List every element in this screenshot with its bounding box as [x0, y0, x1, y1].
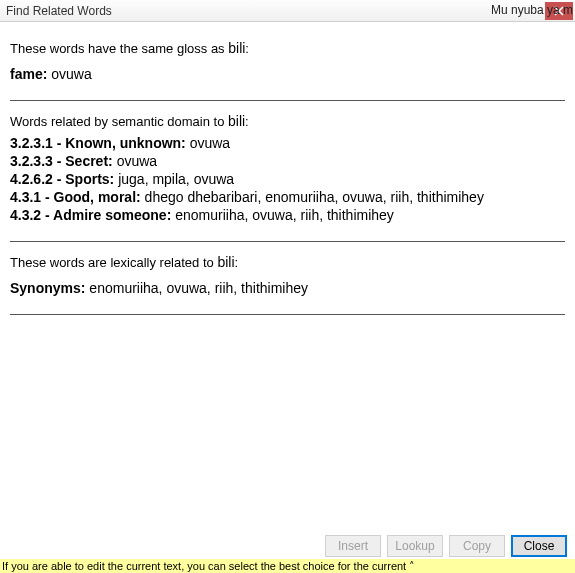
divider — [10, 314, 565, 315]
entry-words[interactable]: ovuwa — [190, 135, 230, 151]
semantic-domain-entries: 3.2.3.1 - Known, unknown: ovuwa3.2.3.3 -… — [10, 135, 565, 223]
copy-button: Copy — [449, 535, 505, 557]
divider — [10, 100, 565, 101]
insert-button: Insert — [325, 535, 381, 557]
lexical-intro: These words are lexically related to bil… — [10, 254, 565, 270]
dialog-content: These words have the same gloss as bili:… — [0, 22, 575, 333]
button-row: Insert Lookup Copy Close — [325, 535, 567, 557]
entry-words[interactable]: juga, mpila, ovuwa — [118, 171, 234, 187]
entry-label: 4.2.6.2 - Sports: — [10, 171, 118, 187]
lexical-entries: Synonyms: enomuriiha, ovuwa, riih, thith… — [10, 280, 565, 296]
entry-line: fame: ovuwa — [10, 66, 565, 82]
entry-line: 3.2.3.3 - Secret: ovuwa — [10, 153, 565, 169]
same-gloss-intro: These words have the same gloss as bili: — [10, 40, 565, 56]
status-bar: If you are able to edit the current text… — [0, 559, 575, 573]
lookup-button: Lookup — [387, 535, 443, 557]
entry-line: 4.3.2 - Admire someone: enomuriiha, ovuw… — [10, 207, 565, 223]
semantic-domain-section: Words related by semantic domain to bili… — [10, 113, 565, 242]
entry-line: 4.2.6.2 - Sports: juga, mpila, ovuwa — [10, 171, 565, 187]
entry-label: fame: — [10, 66, 51, 82]
entry-label: Synonyms: — [10, 280, 89, 296]
entry-words[interactable]: dhego dhebaribari, enomuriiha, ovuwa, ri… — [145, 189, 484, 205]
entry-line: 4.3.1 - Good, moral: dhego dhebaribari, … — [10, 189, 565, 205]
titlebar: Find Related Words — [0, 0, 575, 22]
entry-words[interactable]: ovuwa — [117, 153, 157, 169]
same-gloss-section: These words have the same gloss as bili:… — [10, 40, 565, 101]
entry-words[interactable]: enomuriiha, ovuwa, riih, thithimihey — [175, 207, 394, 223]
lexical-section: These words are lexically related to bil… — [10, 254, 565, 315]
entry-label: 4.3.1 - Good, moral: — [10, 189, 145, 205]
entry-words[interactable]: ovuwa — [51, 66, 91, 82]
entry-line: 3.2.3.1 - Known, unknown: ovuwa — [10, 135, 565, 151]
divider — [10, 241, 565, 242]
chevron-up-icon[interactable]: ˄ — [409, 560, 415, 573]
entry-label: 3.2.3.1 - Known, unknown: — [10, 135, 190, 151]
same-gloss-entries: fame: ovuwa — [10, 66, 565, 82]
entry-line: Synonyms: enomuriiha, ovuwa, riih, thith… — [10, 280, 565, 296]
semantic-domain-intro: Words related by semantic domain to bili… — [10, 113, 565, 129]
close-icon[interactable] — [545, 2, 573, 20]
close-button[interactable]: Close — [511, 535, 567, 557]
entry-label: 3.2.3.3 - Secret: — [10, 153, 117, 169]
entry-words[interactable]: enomuriiha, ovuwa, riih, thithimihey — [89, 280, 308, 296]
window-title: Find Related Words — [6, 4, 112, 18]
entry-label: 4.3.2 - Admire someone: — [10, 207, 175, 223]
